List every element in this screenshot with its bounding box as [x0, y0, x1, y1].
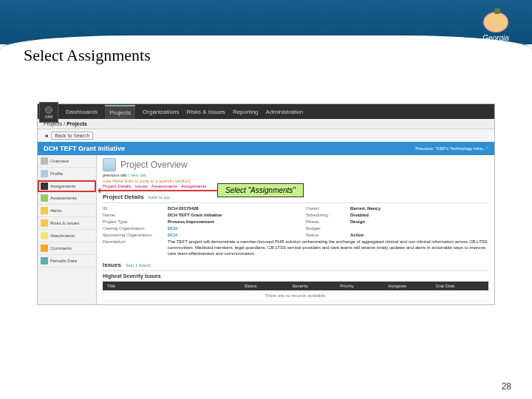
label-description: Description:: [103, 239, 168, 256]
back-to-top-link[interactable]: back to top: [149, 195, 170, 200]
label-id: ID:: [103, 206, 168, 211]
previous-project-link[interactable]: Previous: "DBF's Technology Infra…": [415, 146, 488, 151]
value-owning-org[interactable]: DCH: [168, 226, 306, 231]
no-records-text: There are no records available.: [103, 290, 488, 301]
calendar-icon: [41, 257, 48, 265]
georgia-logo: Georgia: [473, 12, 519, 52]
people-icon: [41, 183, 48, 190]
sidebar-item-overview[interactable]: Overview: [38, 155, 96, 168]
details-grid: ID:DCH-20170428 Owner:Barrett, Nancy Nam…: [103, 206, 488, 256]
overview-header: Project Overview: [103, 158, 488, 171]
logo-text: Georgia: [473, 34, 519, 42]
issues-count-link[interactable]: (last 1 listed): [126, 263, 151, 267]
issues-header: Issues(last 1 listed): [103, 259, 488, 271]
highest-severity-header: Highest Severity Issues: [103, 273, 488, 279]
app-logo[interactable]: AMI: [39, 102, 58, 123]
value-description: The TEFT project will demonstrate a memb…: [168, 239, 488, 256]
project-title: DCH TEFT Grant Initiative: [44, 145, 125, 152]
profile-icon: [41, 170, 48, 177]
value-status: Active: [350, 233, 488, 237]
overview-title: Project Overview: [120, 160, 188, 170]
label-name: Name:: [103, 213, 168, 217]
warning-icon: [41, 219, 48, 227]
value-sponsoring-org[interactable]: DCH: [168, 233, 306, 237]
sidebar-item-periodic-data[interactable]: Periodic Data: [38, 255, 96, 267]
breadcrumb: Projects / Projects: [38, 119, 494, 129]
comment-icon: [41, 245, 48, 252]
issues-table-header: Title Status Severity Priority Assignee …: [103, 282, 488, 290]
col-assignee[interactable]: Assignee: [388, 284, 436, 288]
nav-reporting[interactable]: Reporting: [233, 109, 259, 115]
sidebar-item-attachments[interactable]: Attachments: [38, 230, 96, 242]
project-title-bar: DCH TEFT Grant Initiative Previous: "DBF…: [38, 142, 494, 155]
value-phase: Design: [350, 219, 488, 224]
sidebar-item-comments[interactable]: Comments: [38, 242, 96, 255]
label-project-type: Project Type:: [103, 219, 168, 224]
back-row: ◄Back to Search: [38, 129, 494, 142]
tab-nav: previous tab | next tab: [103, 173, 488, 177]
folder-icon: [41, 232, 48, 239]
slide-title: Select Assignments: [24, 46, 151, 65]
document-icon: [103, 158, 116, 171]
tab-previous[interactable]: previous tab: [103, 173, 127, 177]
globe-icon: [45, 106, 52, 114]
callout-text: Select "Assignments": [225, 186, 296, 194]
sidebar: Overview Profile Assignments Assessments…: [38, 155, 97, 304]
app-body: Overview Profile Assignments Assessments…: [38, 155, 494, 304]
back-to-search-button[interactable]: Back to Search: [51, 132, 93, 140]
nav-risks-issues[interactable]: Risks & Issues: [186, 109, 225, 115]
page-number: 28: [502, 381, 511, 392]
value-project-type: Process Improvement: [168, 219, 306, 224]
app-brand: AMI: [45, 115, 53, 119]
label-owner: Owner:: [306, 206, 350, 211]
peach-icon: [483, 12, 508, 33]
sidebar-item-assessments[interactable]: Assessments: [38, 192, 96, 205]
col-due-date[interactable]: Due Date: [436, 284, 484, 288]
app-screenshot: AMI Dashboards Projects Organizations Ri…: [37, 103, 495, 305]
sidebar-item-risks-issues[interactable]: Risks & Issues: [38, 217, 96, 230]
nav-dashboards[interactable]: Dashboards: [66, 109, 98, 115]
value-budget: [350, 226, 488, 231]
breadcrumb-leaf: Projects: [66, 121, 87, 126]
top-nav: AMI Dashboards Projects Organizations Ri…: [38, 104, 494, 119]
label-phase: Phase:: [306, 219, 350, 224]
col-status[interactable]: Status: [244, 284, 292, 288]
value-owner: Barrett, Nancy: [350, 206, 488, 211]
tab-next[interactable]: next tab: [131, 173, 146, 177]
slide-header: [0, 0, 532, 44]
callout-arrow: [99, 190, 217, 191]
label-budget: Budget:: [306, 226, 350, 231]
callout-box: Select "Assignments": [217, 183, 304, 197]
value-scheduling: Disabled: [350, 213, 488, 217]
label-sponsoring-org: Sponsoring Organization:: [103, 233, 168, 237]
label-scheduling: Scheduling:: [306, 213, 350, 217]
breadcrumb-root[interactable]: Projects: [44, 121, 62, 126]
nav-organizations[interactable]: Organizations: [143, 109, 179, 115]
main-panel: Project Overview previous tab | next tab…: [97, 155, 494, 304]
bell-icon: [41, 207, 48, 214]
col-severity[interactable]: Severity: [292, 284, 340, 288]
col-title[interactable]: Title: [107, 284, 244, 288]
col-priority[interactable]: Priority: [340, 284, 388, 288]
check-icon: [41, 194, 48, 202]
nav-projects[interactable]: Projects: [105, 105, 135, 119]
value-name: DCH TEFT Grant Initiative: [168, 213, 306, 217]
value-id: DCH-20170428: [168, 206, 306, 211]
sidebar-item-profile[interactable]: Profile: [38, 168, 96, 180]
overview-icon: [41, 157, 48, 165]
chevron-left-icon: ◄: [44, 133, 49, 138]
label-status: Status:: [306, 233, 350, 237]
nav-administration[interactable]: Administration: [266, 109, 304, 115]
sidebar-item-assignments[interactable]: Assignments: [38, 180, 96, 192]
sidebar-item-alerts[interactable]: Alerts: [38, 205, 96, 217]
label-owning-org: Owning Organization:: [103, 226, 168, 231]
